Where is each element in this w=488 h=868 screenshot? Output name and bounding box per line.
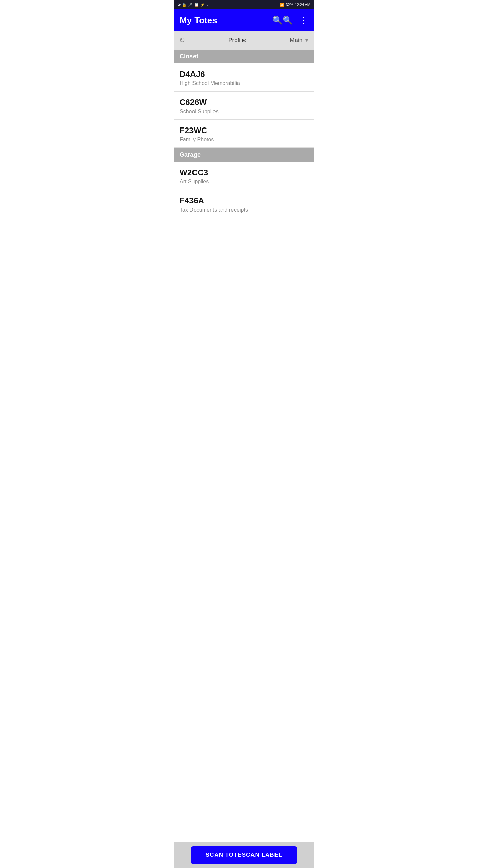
profile-dropdown[interactable]: Main ▼ xyxy=(290,37,309,44)
tote-id-label: F23WC xyxy=(180,126,308,135)
tote-list-item[interactable]: W2CC3Art Supplies xyxy=(174,162,314,190)
tote-description-label: Art Supplies xyxy=(180,179,308,185)
status-icon-3: 🎤 xyxy=(188,3,193,7)
battery-level: 32% xyxy=(286,3,293,7)
profile-label-text: Profile: xyxy=(188,37,286,44)
refresh-button[interactable]: ↻ xyxy=(179,36,185,45)
status-bar: ⟳ 🔒 🎤 📋 ⚡ ✓ 📶 32% 12:24 AM xyxy=(174,0,314,9)
tote-description-label: Tax Documents and receipts xyxy=(180,207,308,213)
app-bar-actions: 🔍 ⋮ xyxy=(272,16,308,25)
wifi-icon: 📶 xyxy=(280,3,284,7)
tote-id-label: F436A xyxy=(180,196,308,205)
status-icon-6: ✓ xyxy=(206,3,209,7)
tote-id-label: W2CC3 xyxy=(180,168,308,177)
tote-id-label: D4AJ6 xyxy=(180,70,308,79)
section-header-closet: Closet xyxy=(174,50,314,63)
page-title: My Totes xyxy=(180,15,217,26)
tote-list-item[interactable]: C626WSchool Supplies xyxy=(174,92,314,120)
profile-selected-value: Main xyxy=(290,37,302,44)
scan-tote-button[interactable]: SCAN TOTESCAN LABEL xyxy=(191,846,297,864)
more-options-icon[interactable]: ⋮ xyxy=(299,16,308,25)
status-icon-2: 🔒 xyxy=(182,3,187,7)
app-bar: My Totes 🔍 ⋮ xyxy=(174,9,314,31)
bottom-bar: SCAN TOTESCAN LABEL xyxy=(174,842,314,868)
time-display: 12:24 AM xyxy=(295,3,310,7)
status-icon-1: ⟳ xyxy=(178,3,181,7)
search-icon[interactable]: 🔍 xyxy=(272,16,293,25)
profile-toolbar: ↻ Profile: Main ▼ xyxy=(174,31,314,50)
tote-list-item[interactable]: F436ATax Documents and receipts xyxy=(174,190,314,218)
dropdown-arrow-icon: ▼ xyxy=(304,38,309,43)
status-icons: ⟳ 🔒 🎤 📋 ⚡ ✓ xyxy=(178,3,209,7)
tote-list-item[interactable]: F23WCFamily Photos xyxy=(174,120,314,148)
section-header-garage: Garage xyxy=(174,148,314,162)
tote-list-item[interactable]: D4AJ6High School Memorabilia xyxy=(174,63,314,92)
tote-description-label: School Supplies xyxy=(180,108,308,115)
content-area: ClosetD4AJ6High School MemorabiliaC626WS… xyxy=(174,50,314,868)
status-icon-4: 📋 xyxy=(194,3,199,7)
tote-description-label: High School Memorabilia xyxy=(180,80,308,86)
status-icon-5: ⚡ xyxy=(200,3,205,7)
tote-id-label: C626W xyxy=(180,98,308,107)
status-info: 📶 32% 12:24 AM xyxy=(280,3,310,7)
sections-container: ClosetD4AJ6High School MemorabiliaC626WS… xyxy=(174,50,314,218)
tote-description-label: Family Photos xyxy=(180,137,308,143)
